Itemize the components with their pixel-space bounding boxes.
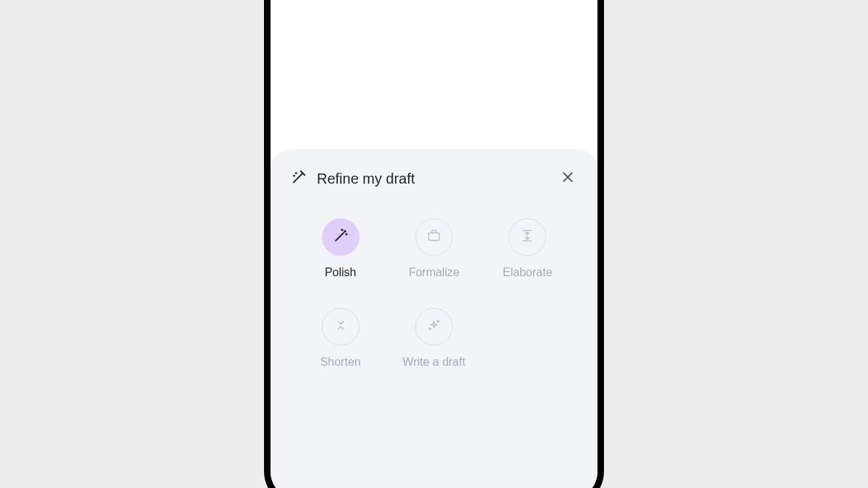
option-polish[interactable]: Polish [297,218,384,279]
options-grid: Polish Formalize [291,218,577,369]
option-label: Shorten [320,356,361,369]
option-label: Elaborate [503,266,553,279]
option-label: Write a draft [403,356,466,369]
option-label: Polish [325,266,357,279]
option-write-draft[interactable]: Write a draft [390,308,477,369]
svg-point-4 [346,234,346,234]
svg-point-2 [344,231,346,232]
option-label: Formalize [409,266,459,279]
option-elaborate[interactable]: Elaborate [484,218,571,279]
phone-frame: Refine my draft [264,0,604,488]
magic-wand-icon [291,169,307,188]
svg-rect-5 [429,233,440,240]
close-button[interactable] [558,169,577,188]
close-icon [561,170,575,187]
svg-point-0 [296,173,297,174]
svg-point-3 [341,229,342,230]
sheet-header: Refine my draft [291,169,577,188]
expand-vertical-icon [519,228,535,247]
sheet-title: Refine my draft [317,171,548,187]
option-shorten[interactable]: Shorten [297,308,384,369]
option-formalize[interactable]: Formalize [390,218,477,279]
refine-sheet: Refine my draft [271,149,597,488]
briefcase-icon [426,228,442,247]
svg-point-1 [294,176,294,176]
collapse-vertical-icon [333,317,349,336]
sparkles-icon [426,317,442,336]
wand-sparkle-icon [332,227,349,247]
